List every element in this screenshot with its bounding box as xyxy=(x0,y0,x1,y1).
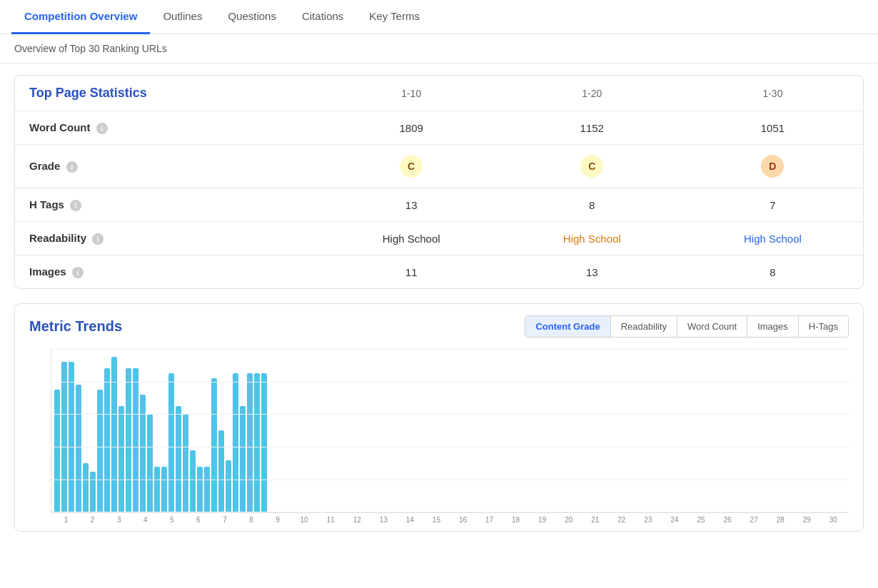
metric-value: 8 xyxy=(502,188,682,222)
y-axis-label: A xyxy=(14,349,15,357)
filter-button-content-grade[interactable]: Content Grade xyxy=(525,316,610,337)
metric-value: 8 xyxy=(682,255,863,289)
chart-bar xyxy=(218,430,224,512)
metric-filter-buttons: Content GradeReadabilityWord CountImages… xyxy=(525,315,849,338)
x-axis-label: 28 xyxy=(768,516,793,524)
metric-trends-card: Metric Trends Content GradeReadabilityWo… xyxy=(14,303,864,532)
chart-bar xyxy=(190,450,196,512)
chart-container xyxy=(51,349,849,513)
x-axis-label: 1 xyxy=(54,516,79,524)
x-axis-label: 25 xyxy=(689,516,714,524)
x-axis-label: 7 xyxy=(212,516,237,524)
x-axis-label: 10 xyxy=(292,516,317,524)
x-axis-label: 18 xyxy=(503,516,528,524)
tab-key-terms[interactable]: Key Terms xyxy=(356,0,433,34)
grade-badge: D xyxy=(761,155,784,178)
chart-bar xyxy=(254,373,260,513)
metric-label: H Tags i xyxy=(15,188,321,222)
metric-value: C xyxy=(321,145,502,188)
y-axis-label: E xyxy=(14,474,15,482)
chart-bar xyxy=(176,406,181,513)
info-icon[interactable]: i xyxy=(72,267,84,278)
x-axis-label: 26 xyxy=(715,516,740,524)
chart-bar xyxy=(226,460,231,513)
x-labels: 1234567891011121314151617181920212223242… xyxy=(51,513,849,524)
x-axis-label: 17 xyxy=(477,516,502,524)
metric-value: High School xyxy=(321,222,502,255)
metric-value: High School xyxy=(502,222,682,255)
chart-bar xyxy=(54,390,60,513)
chart-bar xyxy=(61,362,67,513)
filter-button-readability[interactable]: Readability xyxy=(611,316,677,337)
x-axis-label: 9 xyxy=(266,516,291,524)
chart-area: ABCDEF 123456789101112131415161718192021… xyxy=(15,338,863,531)
chart-bar xyxy=(147,414,153,512)
tab-outlines[interactable]: Outlines xyxy=(150,0,215,34)
metric-value: 13 xyxy=(502,255,682,289)
chart-bar xyxy=(204,467,210,512)
top-page-statistics-card: Top Page Statistics 1-10 1-20 1-30 Word … xyxy=(14,75,864,289)
content-area: Top Page Statistics 1-10 1-20 1-30 Word … xyxy=(0,64,878,557)
grade-badge: C xyxy=(400,155,423,178)
x-axis-label: 3 xyxy=(106,516,131,524)
metric-trends-header: Metric Trends Content GradeReadabilityWo… xyxy=(15,304,863,338)
x-axis-label: 13 xyxy=(371,516,396,524)
x-axis-label: 14 xyxy=(398,516,423,524)
readability-value: High School xyxy=(383,233,440,245)
metric-value: 1152 xyxy=(502,111,682,145)
chart-bar xyxy=(161,467,167,512)
x-axis-label: 30 xyxy=(821,516,846,524)
filter-button-h-tags[interactable]: H-Tags xyxy=(799,316,848,337)
metric-value: 13 xyxy=(321,188,502,222)
chart-bar xyxy=(211,378,217,513)
chart-bar xyxy=(197,467,203,512)
chart-bar xyxy=(90,472,96,513)
info-icon[interactable]: i xyxy=(70,200,81,211)
tab-citations[interactable]: Citations xyxy=(289,0,356,34)
chart-bar xyxy=(261,373,267,513)
chart-bar xyxy=(118,406,124,513)
x-axis-label: 8 xyxy=(238,516,263,524)
x-axis-label: 24 xyxy=(662,516,687,524)
grade-badge: C xyxy=(580,155,603,178)
x-axis-label: 22 xyxy=(609,516,634,524)
info-icon[interactable]: i xyxy=(96,123,108,134)
metric-value: High School xyxy=(682,222,863,255)
tab-competition-overview[interactable]: Competition Overview xyxy=(11,0,150,34)
stats-title: Top Page Statistics xyxy=(15,76,321,111)
readability-value: High School xyxy=(744,233,802,245)
filter-button-word-count[interactable]: Word Count xyxy=(677,316,747,337)
metric-label: Grade i xyxy=(15,145,321,188)
chart-bar xyxy=(140,395,146,513)
metric-value: 11 xyxy=(321,255,502,289)
page-subtitle: Overview of Top 30 Ranking URLs xyxy=(0,34,878,64)
stats-row: Grade iCCD xyxy=(15,145,863,188)
metric-value: 1809 xyxy=(321,111,502,145)
x-axis-label: 20 xyxy=(556,516,581,524)
info-icon[interactable]: i xyxy=(92,233,104,245)
chart-bar xyxy=(104,368,110,512)
col-header-1-20: 1-20 xyxy=(502,76,682,111)
x-axis-label: 6 xyxy=(186,516,211,524)
stats-row: Word Count i180911521051 xyxy=(15,111,863,145)
chart-bar xyxy=(154,467,160,512)
tab-questions[interactable]: Questions xyxy=(215,0,289,34)
y-axis-label: C xyxy=(14,412,15,420)
stats-row: Readability iHigh SchoolHigh SchoolHigh … xyxy=(15,222,863,255)
metric-label: Word Count i xyxy=(15,111,321,145)
x-axis-label: 19 xyxy=(530,516,555,524)
info-icon[interactable]: i xyxy=(66,161,78,173)
x-axis-label: 12 xyxy=(345,516,370,524)
chart-bar xyxy=(111,357,117,513)
stats-table: Top Page Statistics 1-10 1-20 1-30 Word … xyxy=(15,76,863,288)
metric-trends-title: Metric Trends xyxy=(29,318,122,335)
x-axis-label: 16 xyxy=(450,516,475,524)
metric-label: Images i xyxy=(15,255,321,289)
tab-bar: Competition Overview Outlines Questions … xyxy=(0,0,878,34)
stats-row: H Tags i1387 xyxy=(15,188,863,222)
metric-label: Readability i xyxy=(15,222,321,255)
filter-button-images[interactable]: Images xyxy=(747,316,799,337)
y-axis-label: F xyxy=(14,505,15,513)
chart-bar xyxy=(83,463,89,512)
chart-bar xyxy=(97,390,103,513)
